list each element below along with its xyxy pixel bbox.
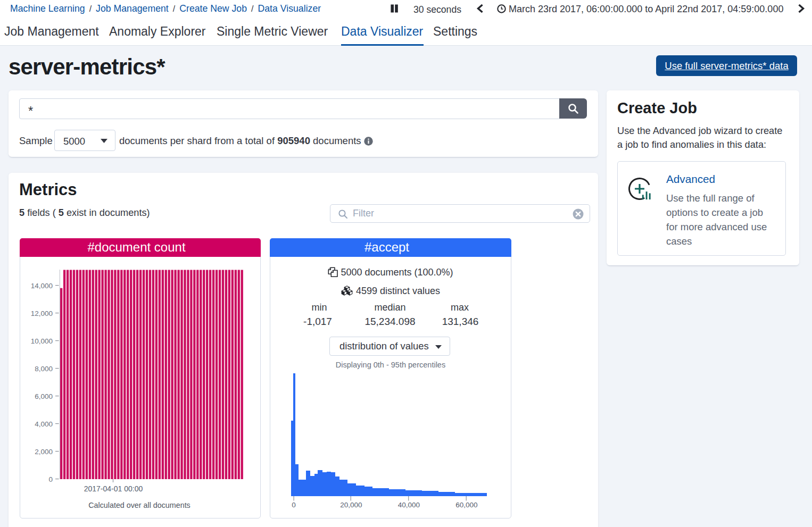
svg-text:0: 0 [48, 475, 53, 483]
svg-text:14,000: 14,000 [31, 282, 53, 290]
svg-text:60,000: 60,000 [455, 501, 477, 509]
svg-text:6,000: 6,000 [35, 392, 53, 400]
svg-text:40,000: 40,000 [398, 501, 420, 509]
svg-text:8,000: 8,000 [35, 365, 53, 373]
svg-text:Calculated over all documents: Calculated over all documents [88, 501, 190, 509]
svg-text:2017-04-01 00:00: 2017-04-01 00:00 [84, 484, 143, 493]
svg-text:0: 0 [292, 501, 296, 509]
svg-text:20,000: 20,000 [340, 501, 362, 509]
svg-text:2,000: 2,000 [35, 448, 53, 456]
svg-text:12,000: 12,000 [31, 309, 53, 317]
svg-text:4,000: 4,000 [35, 420, 53, 428]
svg-text:10,000: 10,000 [31, 337, 53, 345]
